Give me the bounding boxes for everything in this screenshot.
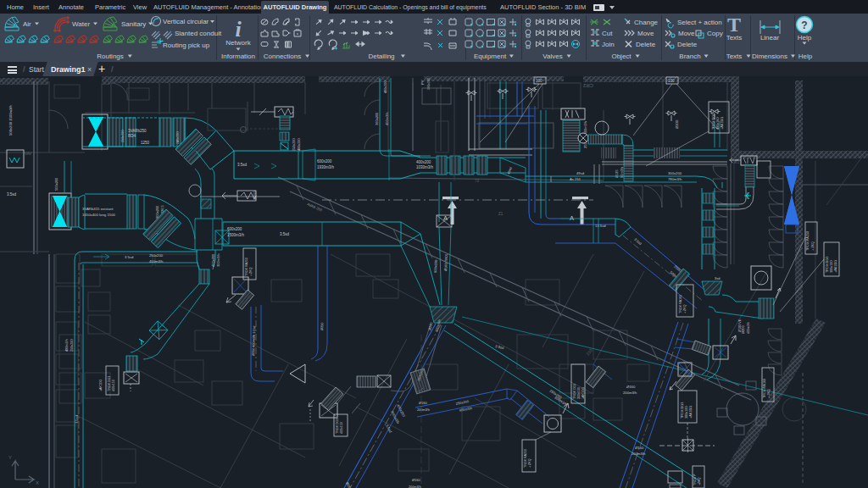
- svg-text:600x200: 600x200: [317, 159, 332, 164]
- svg-text:X: X: [36, 480, 39, 485]
- svg-text:Help: Help: [798, 53, 813, 60]
- svg-text:RD4: RD4: [128, 134, 136, 138]
- svg-text:A: A: [570, 214, 574, 222]
- svg-text:3 5sd: 3 5sd: [495, 344, 505, 350]
- svg-text:Connections: Connections: [264, 53, 301, 60]
- svg-text:Help: Help: [798, 34, 812, 42]
- svg-text:400x200: 400x200: [211, 253, 215, 267]
- svg-text:3VARb250: 3VARb250: [128, 129, 147, 133]
- svg-text:Valves: Valves: [542, 53, 562, 60]
- svg-text:TROX P: TROX P: [693, 474, 697, 485]
- svg-text:400m3/h: 400m3/h: [385, 112, 389, 125]
- svg-text:Ø160: Ø160: [412, 478, 421, 482]
- svg-text:+AK1DG: +AK1DG: [581, 387, 585, 399]
- svg-text:TROX RA250: TROX RA250: [806, 231, 810, 251]
- svg-text:Ø250 400m3/h 3 5sd: Ø250 400m3/h 3 5sd: [252, 325, 256, 356]
- svg-text:300x100: 300x100: [830, 260, 833, 273]
- svg-text:1500m3/h: 1500m3/h: [227, 233, 245, 237]
- svg-text:1030m3/h: 1030m3/h: [416, 165, 434, 169]
- svg-text:Vertical circular: Vertical circular: [163, 18, 209, 25]
- svg-text:Sanitary: Sanitary: [121, 20, 146, 28]
- svg-text:Texts: Texts: [726, 53, 743, 60]
- svg-text:400m3/h: 400m3/h: [747, 322, 750, 334]
- svg-text:50250: 50250: [253, 191, 257, 200]
- svg-text:200m3/h: 200m3/h: [417, 408, 430, 412]
- svg-text:250x200: 250x200: [149, 253, 164, 258]
- svg-text:+ ZKQ: + ZKQ: [683, 304, 687, 313]
- svg-text:+AK1DG: +AK1DG: [721, 117, 724, 130]
- svg-text:+ ZKQ: + ZKQ: [249, 267, 253, 276]
- svg-text:Cut: Cut: [602, 30, 613, 37]
- svg-text:3.5sd: 3.5sd: [75, 415, 79, 424]
- svg-text:3.5sd: 3.5sd: [633, 237, 643, 246]
- svg-text:13.5sd: 13.5sd: [595, 224, 606, 228]
- svg-text:Ø250: Ø250: [320, 323, 324, 330]
- svg-text:3 5sd: 3 5sd: [125, 255, 134, 259]
- svg-text:Change: Change: [634, 19, 659, 26]
- svg-text:73: 73: [475, 179, 480, 183]
- svg-text:200m3/h: 200m3/h: [632, 452, 646, 456]
- svg-text:CR2: CR2: [582, 83, 593, 88]
- svg-text:Move: Move: [637, 30, 654, 37]
- svg-text:200m3/h: 200m3/h: [623, 391, 637, 395]
- svg-text:Ø160: Ø160: [626, 385, 636, 389]
- svg-text:Select + action: Select + action: [677, 19, 722, 26]
- svg-text:Ø100: Ø100: [675, 119, 679, 129]
- svg-text:Object: Object: [611, 53, 632, 60]
- svg-text:Routings: Routings: [97, 53, 124, 60]
- svg-text:1930m3/h: 1930m3/h: [317, 165, 335, 169]
- svg-text:Move: Move: [678, 30, 695, 37]
- svg-text:Copy: Copy: [707, 30, 723, 37]
- svg-text:TROX RA160: TROX RA160: [679, 295, 682, 313]
- svg-text:Detailing: Detailing: [368, 53, 394, 60]
- svg-text:3.5sd: 3.5sd: [7, 192, 17, 197]
- svg-text:Dimensions: Dimensions: [752, 53, 787, 60]
- svg-text:3.5sd: 3.5sd: [280, 232, 290, 236]
- svg-text:+ ZKQ: + ZKQ: [811, 241, 815, 251]
- svg-text:Slanted conduit: Slanted conduit: [175, 30, 222, 37]
- svg-text:400x200: 400x200: [298, 138, 301, 151]
- svg-text:AVAB 250: AVAB 250: [307, 202, 324, 212]
- svg-text:300x100: 300x100: [685, 406, 688, 419]
- svg-text:3VARb315 existant: 3VARb315 existant: [82, 207, 114, 211]
- svg-text:1050x400 long 1500: 1050x400 long 1500: [82, 213, 116, 217]
- svg-text:300x200: 300x200: [668, 171, 682, 175]
- svg-text:Join: Join: [602, 41, 615, 48]
- svg-text:Texts: Texts: [726, 34, 743, 42]
- svg-text:As 251: As 251: [570, 177, 581, 181]
- svg-text:+AK1DG: +AK1DG: [689, 406, 693, 419]
- svg-text:Delete: Delete: [677, 41, 698, 48]
- svg-text:?: ?: [801, 19, 807, 31]
- svg-text:Delete: Delete: [636, 41, 656, 48]
- svg-text:400m3/h: 400m3/h: [65, 339, 69, 352]
- svg-text:Ø160 TR01: Ø160 TR01: [443, 252, 448, 271]
- svg-text:49sd: 49sd: [576, 171, 585, 175]
- svg-text:500x200: 500x200: [433, 259, 438, 273]
- svg-text:3.5sd: 3.5sd: [385, 424, 393, 434]
- svg-text:Ø160: Ø160: [635, 446, 644, 450]
- svg-text:TROX RA250: TROX RA250: [245, 258, 248, 276]
- svg-text:Z1: Z1: [498, 212, 504, 216]
- svg-text:Branch: Branch: [679, 53, 700, 60]
- svg-text:TROX DG3: TROX DG3: [336, 419, 339, 434]
- svg-text:400x150: 400x150: [340, 422, 343, 434]
- svg-text:VAV: VAV: [25, 152, 31, 156]
- svg-text:500x200: 500x200: [54, 177, 58, 191]
- svg-text:400x200: 400x200: [384, 80, 387, 93]
- svg-text:TROX RA160: TROX RA160: [763, 379, 766, 398]
- svg-text:+AK1DG: +AK1DG: [99, 380, 103, 391]
- svg-text:+ ZKQ: + ZKQ: [528, 458, 531, 468]
- svg-text:+ZKQ: +ZKQ: [698, 477, 701, 485]
- svg-text:400m3/h: 400m3/h: [149, 259, 164, 263]
- svg-text:Equipment: Equipment: [474, 53, 507, 60]
- svg-text:Network: Network: [225, 39, 251, 47]
- svg-text:300m3/h: 300m3/h: [216, 253, 220, 267]
- svg-text:TROX DG3: TROX DG3: [826, 257, 829, 273]
- svg-text:+AK1DG: +AK1DG: [834, 260, 837, 273]
- svg-text:TROX DG3: TROX DG3: [712, 114, 715, 130]
- svg-text:Ø160: Ø160: [419, 401, 428, 405]
- svg-text:1250: 1250: [141, 141, 150, 145]
- svg-text:100: 100: [668, 79, 675, 83]
- svg-text:Routing pick up: Routing pick up: [163, 42, 210, 49]
- svg-text:i: i: [235, 17, 242, 42]
